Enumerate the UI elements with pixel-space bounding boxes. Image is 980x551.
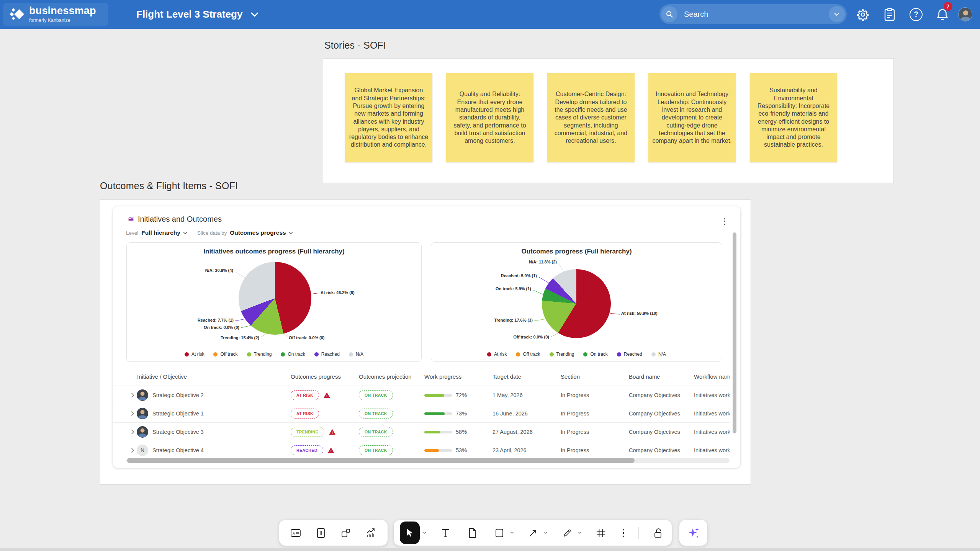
lock-button[interactable]	[650, 524, 666, 542]
legend-item[interactable]: At risk	[185, 352, 204, 357]
outcomes-progress-pie-chart: Outcomes progress (Full hierarchy) N/A: …	[431, 242, 722, 362]
pie-chart[interactable]	[239, 262, 311, 335]
pie-label: On track: 0.0% (0)	[204, 325, 239, 330]
activities-clipboard-button[interactable]	[881, 0, 898, 29]
legend-item[interactable]: Reached	[314, 352, 340, 357]
user-avatar[interactable]	[958, 7, 972, 21]
pen-tool-dropdown-chevron[interactable]	[578, 531, 582, 534]
table-row[interactable]: Strategic Objective 2 AT RISK! ON TRACK …	[113, 386, 730, 404]
shape-tool-dropdown-chevron[interactable]	[510, 531, 514, 534]
avatar	[137, 408, 148, 419]
objective-name: Strategic Objective 2	[152, 386, 204, 404]
legend-item[interactable]: Trending	[247, 352, 272, 357]
workspace-widget-button[interactable]	[338, 524, 353, 542]
legend-item[interactable]: At risk	[487, 352, 507, 357]
column-header[interactable]: Outcomes progress	[291, 373, 341, 380]
sticky-note-text: Global Market Expansion and Strategic Pa…	[349, 87, 429, 149]
column-header[interactable]: Initiative / Objective	[137, 373, 187, 380]
initiatives-outcomes-widget[interactable]: ≅ Initiatives and Outcomes Level Full hi…	[113, 206, 740, 468]
expand-chevron-icon[interactable]	[131, 429, 134, 435]
chart-title: Outcomes progress (Full hierarchy)	[431, 248, 722, 255]
board-title-dropdown[interactable]: Flight Level 3 Strategy	[136, 0, 258, 29]
board-name: Company Objectives	[629, 423, 680, 441]
businessmap-logo[interactable]: businessmap formerly Kanbanize	[3, 3, 108, 26]
shape-tool-button[interactable]	[492, 524, 507, 542]
column-header[interactable]: Work progress	[424, 373, 461, 380]
sticky-note[interactable]: Sustainability and Environmental Respons…	[750, 73, 837, 162]
slice-data-dropdown[interactable]: Outcomes progress	[230, 229, 293, 236]
target-date: 1 May, 2026	[492, 386, 523, 404]
note-tool-button[interactable]	[465, 524, 480, 542]
text-tool-button[interactable]	[438, 524, 453, 542]
widget-menu-button[interactable]	[721, 217, 728, 226]
table-row[interactable]: N Strategic Objective 4 REACHED! ON TRAC…	[113, 441, 730, 459]
sparkle-icon	[687, 526, 700, 540]
level-dropdown[interactable]: Full hierarchy	[141, 229, 187, 236]
legend-item[interactable]: On track	[281, 352, 305, 357]
section-value: In Progress	[561, 423, 589, 441]
select-tool-dropdown-chevron[interactable]	[423, 531, 427, 534]
sticky-note-text: Sustainability and Environmental Respons…	[754, 87, 833, 149]
slice-data-label: Slice data by	[197, 230, 227, 236]
horizontal-scrollbar	[126, 458, 730, 463]
card-widget-button[interactable]: A	[288, 524, 303, 542]
pen-tool-button[interactable]	[560, 524, 575, 542]
legend-item[interactable]: On track	[583, 352, 607, 357]
outcomes-projection-badge: ON TRACK	[359, 390, 393, 400]
frame-tool-button[interactable]	[593, 524, 609, 542]
expand-chevron-icon[interactable]	[131, 448, 134, 453]
table-row[interactable]: Strategic Objective 1 AT RISK ON TRACK 7…	[113, 404, 730, 422]
sticky-note[interactable]: Customer-Centric Design: Develop drones …	[547, 73, 635, 162]
board-name: Company Objectives	[629, 386, 680, 404]
level-label: Level	[126, 230, 138, 236]
objective-name: Strategic Objective 1	[152, 404, 204, 423]
legend-item[interactable]: N/A	[349, 352, 363, 357]
legend-item[interactable]: N/A	[651, 352, 666, 357]
settings-gear-button[interactable]	[854, 0, 872, 29]
legend-item[interactable]: Off track	[516, 352, 540, 357]
search-bar[interactable]	[659, 4, 847, 24]
analytics-widget-button[interactable]	[363, 524, 379, 542]
workflow-name: Initiatives workflow	[694, 404, 730, 423]
sticky-note[interactable]: Innovation and Technology Leadership: Co…	[648, 73, 736, 162]
help-button[interactable]: ?	[907, 0, 925, 29]
cursor-icon	[406, 528, 414, 538]
drawing-toolbar-group	[394, 520, 672, 546]
column-header[interactable]: Workflow name	[694, 373, 730, 380]
table-row[interactable]: Strategic Objective 3 TRENDING! ON TRACK…	[113, 422, 730, 441]
horizontal-scrollbar-thumb[interactable]	[127, 458, 635, 463]
legend-item[interactable]: Off track	[213, 352, 237, 357]
column-header[interactable]: Outcomes projection	[359, 373, 412, 380]
pie-chart[interactable]	[542, 269, 611, 338]
select-tool-button[interactable]	[400, 522, 420, 544]
workspace-blocks-icon	[341, 528, 351, 538]
work-progress-value: 72%	[456, 392, 467, 398]
search-scope-dropdown[interactable]	[829, 6, 845, 22]
brand-name: businessmap	[29, 6, 96, 16]
sticky-note-text: Innovation and Technology Leadership: Co…	[652, 90, 732, 145]
more-tools-button[interactable]	[620, 524, 627, 542]
chevron-down-icon	[251, 12, 258, 17]
expand-chevron-icon[interactable]	[131, 411, 134, 416]
connector-tool-button[interactable]	[525, 524, 541, 542]
sticky-note[interactable]: Quality and Reliability: Ensure that eve…	[446, 73, 533, 162]
canvas-bottom-scroll-strip[interactable]	[0, 548, 980, 551]
ai-assistant-button[interactable]	[686, 524, 701, 542]
pie-label: Trending: 17.6% (3)	[494, 318, 533, 322]
legend-item[interactable]: Reached	[617, 352, 642, 357]
work-progress-value: 73%	[456, 410, 467, 417]
board-column-widget-button[interactable]	[313, 524, 329, 542]
board-name: Company Objectives	[629, 404, 680, 423]
search-input[interactable]	[684, 4, 818, 24]
expand-chevron-icon[interactable]	[131, 392, 134, 398]
connector-tool-dropdown-chevron[interactable]	[544, 531, 548, 534]
kebab-menu-icon	[622, 528, 625, 538]
column-header[interactable]: Board name	[629, 373, 660, 380]
column-header[interactable]: Target date	[492, 373, 521, 380]
column-header[interactable]: Section	[561, 373, 580, 380]
workflow-name: Initiatives workflow	[694, 423, 730, 441]
legend-item[interactable]: Trending	[550, 352, 574, 357]
vertical-scrollbar-thumb[interactable]	[733, 232, 736, 433]
sticky-note[interactable]: Global Market Expansion and Strategic Pa…	[345, 73, 432, 162]
unlock-icon	[653, 528, 663, 538]
